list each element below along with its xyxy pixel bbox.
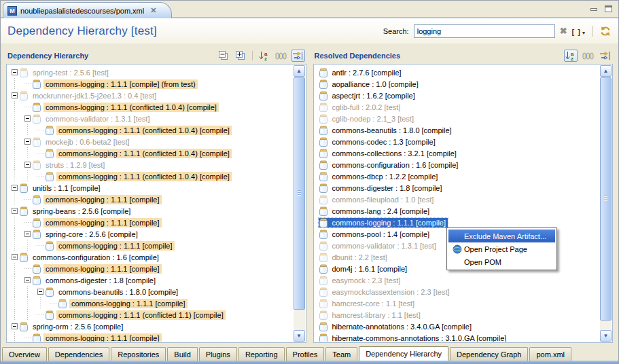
collapse-all-icon[interactable] (217, 50, 230, 62)
sort-alphabetically-icon[interactable]: az (258, 50, 271, 62)
show-groupid-icon[interactable] (581, 50, 595, 62)
collapse-toggle[interactable] (10, 254, 19, 260)
bottom-tab-team[interactable]: Team (325, 347, 357, 361)
menu-item-open-project-page[interactable]: Open Project Page (448, 242, 555, 255)
list-item[interactable]: easymockclassextension : 2.3 [test] (315, 286, 601, 297)
list-item[interactable]: commons-fileupload : 1.0 [test] (315, 194, 601, 205)
collapse-toggle[interactable] (10, 323, 19, 329)
tree-item[interactable]: unitils : 1.1 [compile] (7, 182, 294, 194)
maximize-icon[interactable] (604, 4, 613, 14)
collapse-toggle[interactable] (22, 115, 32, 122)
tree-item[interactable]: commons-logging : 1.1.1 [compile] (7, 332, 294, 342)
tree-item[interactable]: commons-digester : 1.8 [compile] (7, 274, 294, 286)
tree-item[interactable]: mockrunner-jdk1.5-j2ee1.3 : 0.4 [test] (7, 90, 294, 101)
bottom-tab-profiles[interactable]: Profiles (286, 347, 325, 361)
expand-all-icon[interactable] (234, 50, 247, 62)
collapse-toggle[interactable] (10, 69, 19, 75)
tree-item[interactable]: commons-logging : 1.1.1 (conflicted 1.0.… (7, 147, 294, 159)
tree-item[interactable]: spring-test : 2.5.6 [test] (7, 67, 294, 78)
collapse-toggle[interactable] (10, 208, 19, 214)
bottom-tab-build[interactable]: Build (167, 347, 197, 361)
tree-item[interactable]: commons-configuration : 1.6 [compile] (7, 251, 294, 263)
list-item[interactable]: hibernate-annotations : 3.4.0.GA [compil… (315, 321, 601, 332)
close-icon[interactable]: ✕ (150, 6, 156, 15)
bottom-tab-plugins[interactable]: Plugins (199, 347, 237, 361)
list-item[interactable]: hamcrest-library : 1.1 [test] (315, 309, 601, 321)
list-item[interactable]: commons-digester : 1.8 [compile] (315, 182, 601, 194)
refresh-icon[interactable] (599, 26, 612, 37)
tree-item[interactable]: commons-beanutils : 1.8.0 [compile] (7, 286, 294, 297)
search-input[interactable] (414, 24, 555, 38)
sort-alphabetically-icon[interactable]: az (564, 50, 578, 62)
tree-item[interactable]: commons-logging : 1.1.1 (conflicted 1.0.… (7, 170, 294, 182)
scroll-down-icon[interactable]: ▼ (294, 330, 305, 342)
tree-item[interactable]: mockejb : 0.6-beta2 [test] (7, 136, 294, 147)
list-item[interactable]: antlr : 2.7.6 [compile] (315, 67, 601, 78)
menu-item-open-pom[interactable]: Open POM (448, 255, 555, 268)
tree-connector (22, 268, 32, 269)
list-item[interactable]: commons-codec : 1.3 [compile] (315, 136, 601, 147)
list-item[interactable]: commons-lang : 2.4 [compile] (315, 205, 601, 217)
brackets-filter-icon[interactable]: [ ]▾ (572, 25, 585, 37)
collapse-toggle[interactable] (10, 92, 19, 98)
tree-item[interactable]: commons-logging : 1.1.1 [compile] (7, 240, 294, 251)
bottom-tab-dependency-graph[interactable]: Dependency Graph (450, 347, 528, 361)
bottom-tab-repositories[interactable]: Repositories (111, 347, 166, 361)
collapse-toggle[interactable] (22, 277, 32, 283)
jar-icon (46, 310, 54, 320)
bottom-tab-dependency-hierarchy[interactable]: Dependency Hierarchy (359, 346, 448, 361)
tree-item[interactable]: spring-beans : 2.5.6 [compile] (7, 205, 294, 217)
tree-item[interactable]: commons-logging : 1.1.1 [compile] (7, 263, 294, 274)
bottom-tab-dependencies[interactable]: Dependencies (48, 347, 109, 361)
filter-dependencies-icon[interactable] (598, 50, 612, 62)
list-item[interactable]: commons-beanutils : 1.8.0 [compile] (315, 124, 601, 136)
scrollbar-thumb[interactable] (294, 77, 305, 310)
bottom-tab-reporting[interactable]: Reporting (238, 347, 285, 361)
tree-item[interactable]: commons-logging : 1.1.1 (conflicted 1.0.… (7, 101, 294, 113)
bottom-tab-overview[interactable]: Overview (2, 347, 47, 361)
list-item[interactable]: cglib-full : 2.0.2 [test] (315, 101, 601, 113)
collapse-toggle[interactable] (35, 289, 45, 295)
menu-item-exclude-maven-artifact[interactable]: Exclude Maven Artifact... (448, 230, 555, 242)
tree-item[interactable]: commons-logging : 1.1.1 [compile] (7, 217, 294, 228)
scroll-down-icon[interactable]: ▼ (600, 330, 612, 342)
clear-search-icon[interactable]: ✖ (560, 26, 567, 36)
list-item[interactable]: commons-logging : 1.1.1 [compile] (315, 217, 601, 228)
right-scrollbar[interactable]: ▲ ▼ (600, 65, 612, 342)
tree-item[interactable]: struts : 1.2.9 [test] (7, 159, 294, 170)
list-item[interactable]: aspectjrt : 1.6.2 [compile] (315, 90, 601, 101)
scrollbar-thumb[interactable] (600, 77, 612, 321)
scroll-up-icon[interactable]: ▲ (294, 65, 305, 77)
list-item[interactable]: easymock : 2.3 [test] (315, 274, 601, 286)
tree-item[interactable]: commons-logging : 1.1.1 [compile] (7, 297, 294, 309)
list-item[interactable]: hamcrest-core : 1.1 [test] (315, 297, 601, 309)
tree-item[interactable]: commons-validator : 1.3.1 [test] (7, 113, 294, 124)
list-item[interactable]: commons-configuration : 1.6 [compile] (315, 159, 601, 170)
dependency-label: spring-beans : 2.5.6 [compile] (31, 206, 132, 216)
tree-item[interactable]: spring-orm : 2.5.6 [compile] (7, 321, 294, 332)
filter-dependencies-icon[interactable] (291, 50, 305, 62)
collapse-toggle[interactable] (22, 139, 32, 145)
list-item[interactable]: hibernate-commons-annotations : 3.1.0.GA… (315, 332, 601, 342)
tree-item[interactable]: commons-logging : 1.1.1 [compile] (7, 194, 294, 205)
minimize-icon[interactable] (590, 4, 599, 14)
collapse-toggle[interactable] (22, 162, 32, 168)
dependency-label: spring-core : 2.5.6 [compile] (43, 230, 140, 239)
collapse-toggle[interactable] (22, 231, 32, 237)
show-groupid-icon[interactable] (275, 50, 288, 62)
tree-indent-guide (10, 297, 22, 309)
list-item[interactable]: commons-collections : 3.2.1 [compile] (315, 147, 601, 159)
editor-tab-pom-xml[interactable]: M noubliepaslalistedescourses/pom.xml ✕ (3, 2, 172, 18)
tree-item[interactable]: commons-logging : 1.1.1 (conflicted 1.0.… (7, 124, 294, 136)
tree-item[interactable]: commons-logging : 1.1.1 [compile] (from … (7, 78, 294, 90)
list-item[interactable]: commons-dbcp : 1.2.2 [compile] (315, 170, 601, 182)
tree-item[interactable]: commons-logging : 1.1.1 (conflicted 1.1)… (7, 309, 294, 321)
list-item[interactable]: cglib-nodep : 2.1_3 [test] (315, 113, 601, 124)
tree-item[interactable]: spring-core : 2.5.6 [compile] (7, 228, 294, 240)
bottom-tab-pom-xml[interactable]: pom.xml (529, 347, 571, 361)
dependency-label: commons-logging : 1.1.1 [compile] (43, 218, 162, 228)
list-item[interactable]: aopalliance : 1.0 [compile] (315, 78, 601, 90)
left-scrollbar[interactable]: ▲ ▼ (294, 65, 305, 342)
scroll-up-icon[interactable]: ▲ (600, 65, 612, 77)
collapse-toggle[interactable] (10, 185, 19, 191)
